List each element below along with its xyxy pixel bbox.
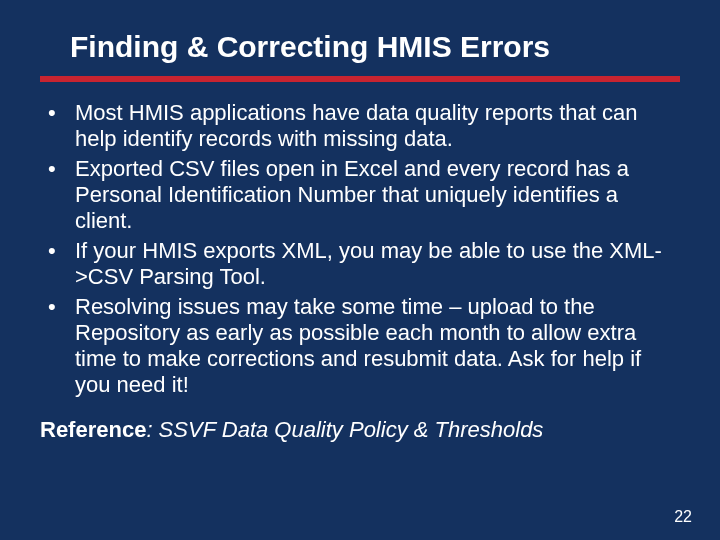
- reference-label: Reference: [40, 417, 146, 442]
- list-item: If your HMIS exports XML, you may be abl…: [40, 238, 680, 290]
- reference-text: : SSVF Data Quality Policy & Thresholds: [146, 417, 543, 442]
- reference-line: Reference: SSVF Data Quality Policy & Th…: [40, 417, 680, 443]
- slide: Finding & Correcting HMIS Errors Most HM…: [0, 0, 720, 540]
- list-item: Exported CSV files open in Excel and eve…: [40, 156, 680, 234]
- list-item: Most HMIS applications have data quality…: [40, 100, 680, 152]
- page-title: Finding & Correcting HMIS Errors: [70, 30, 680, 64]
- bullet-list: Most HMIS applications have data quality…: [40, 100, 680, 397]
- divider: [40, 76, 680, 82]
- list-item: Resolving issues may take some time – up…: [40, 294, 680, 398]
- page-number: 22: [674, 508, 692, 526]
